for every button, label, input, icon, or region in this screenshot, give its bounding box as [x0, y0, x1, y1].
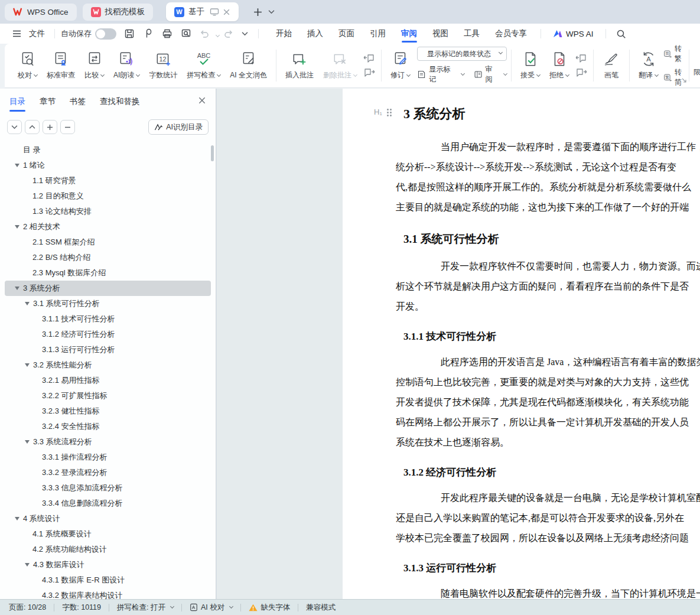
to-simplified-button[interactable]: 繁 转简	[664, 67, 685, 87]
toc-item[interactable]: 1.2 目的和意义	[5, 188, 211, 204]
toc-item[interactable]: 3.3.1 操作流程分析	[5, 450, 211, 465]
tab-contents[interactable]: 目录	[9, 89, 25, 114]
reject-change-button[interactable]: 拒绝	[545, 47, 574, 84]
toc-item[interactable]: 1 绪论	[5, 158, 211, 173]
accept-change-button[interactable]: 接受	[516, 47, 545, 84]
missing-font-warning[interactable]: 缺失字体	[249, 603, 290, 613]
screen-share-icon[interactable]	[210, 8, 219, 16]
menu-member[interactable]: 会员专享	[487, 24, 535, 44]
menu-page[interactable]: 页面	[331, 24, 362, 44]
spell-check-button[interactable]: ABC 拼写检查	[182, 47, 225, 84]
hamburger-icon[interactable]	[8, 30, 25, 37]
show-markup-button[interactable]: 显示标记	[417, 64, 464, 84]
toc-item-selected[interactable]: 3 系统分析	[5, 281, 211, 296]
previous-comment-icon[interactable]	[363, 53, 375, 64]
pen-button[interactable]: 画笔	[598, 47, 625, 84]
toc-item[interactable]: 3.2.2 可扩展性指标	[5, 388, 211, 404]
menu-start[interactable]: 开始	[268, 24, 299, 44]
autosave-toggle[interactable]	[95, 28, 116, 40]
restrict-edit-button-clipped[interactable]: 限	[694, 67, 700, 77]
toc-item[interactable]: 4.2 系统功能结构设计	[5, 542, 211, 557]
collapse-arrow-icon[interactable]	[15, 287, 19, 290]
toc-item[interactable]: 2.2 B/S 结构介绍	[5, 250, 211, 265]
collapse-arrow-icon[interactable]	[15, 225, 19, 229]
collapse-up-button[interactable]	[25, 120, 40, 134]
previous-change-icon[interactable]	[575, 53, 587, 64]
toc-item[interactable]: 2 相关技术	[5, 219, 211, 235]
tab-list-chevron-icon[interactable]	[268, 9, 275, 14]
toc-item[interactable]: 3.1.2 经济可行性分析	[5, 327, 211, 342]
toc-item[interactable]: 3.2.1 易用性指标	[5, 373, 211, 388]
redo-icon[interactable]	[219, 30, 237, 38]
next-comment-icon[interactable]	[363, 67, 375, 78]
close-sidebar-icon[interactable]	[198, 96, 206, 105]
menu-view[interactable]: 视图	[425, 24, 456, 44]
ai-read-button[interactable]: AI朗读	[109, 47, 144, 84]
collapse-arrow-icon[interactable]	[25, 302, 30, 305]
save-icon[interactable]	[120, 28, 139, 39]
file-menu[interactable]: 文件	[25, 24, 48, 44]
toc-item[interactable]: 3.3.2 登录流程分析	[5, 465, 211, 480]
zoom-out-button[interactable]	[60, 120, 75, 134]
collapse-arrow-icon[interactable]	[25, 563, 30, 567]
toc-item[interactable]: 4.1 系统概要设计	[5, 526, 211, 542]
page-indicator[interactable]: 页面: 10/28	[9, 603, 46, 613]
translate-button[interactable]: A 翻译	[634, 47, 663, 84]
toc-item[interactable]: 3.2.4 安全性指标	[5, 419, 211, 434]
undo-icon[interactable]	[196, 30, 214, 38]
compare-button[interactable]: 比较	[80, 47, 109, 84]
menu-review[interactable]: 审阅	[393, 24, 425, 44]
tab-document-active[interactable]: W 基于	[166, 2, 239, 21]
compat-mode-indicator[interactable]: 兼容模式	[306, 603, 336, 613]
toc-item[interactable]: 3.3.4 信息删除流程分析	[5, 496, 211, 511]
toc-item[interactable]: 3.2.3 健壮性指标	[5, 404, 211, 419]
to-traditional-button[interactable]: 简 转繁	[664, 44, 685, 64]
toc-item[interactable]: 2.3 Mysql 数据库介绍	[5, 265, 211, 281]
print-icon[interactable]	[158, 28, 177, 39]
print-preview-icon[interactable]	[177, 28, 196, 39]
toc-item[interactable]: 3.1 系统可行性分析	[5, 296, 211, 311]
new-tab-icon[interactable]	[253, 7, 263, 17]
next-change-icon[interactable]	[575, 67, 587, 78]
word-count-indicator[interactable]: 字数: 10119	[62, 603, 101, 613]
tab-docer[interactable]: 找稻壳模板	[83, 4, 154, 21]
toc-item[interactable]: 4 系统设计	[5, 511, 211, 526]
standard-review-button[interactable]: 标准审查	[42, 47, 80, 84]
proofread-button[interactable]: 校对	[13, 47, 42, 84]
collapse-arrow-icon[interactable]	[25, 363, 30, 367]
toc-item[interactable]: 4.3 数据库设计	[5, 557, 211, 572]
ai-proofread-status[interactable]: AI 校对	[190, 603, 233, 613]
tab-chapters[interactable]: 章节	[40, 89, 56, 114]
ai-recognize-toc-button[interactable]: AI识别目录	[148, 119, 209, 135]
spellcheck-status[interactable]: 拼写检查: 打开	[117, 603, 174, 613]
zoom-in-button[interactable]	[43, 120, 57, 134]
document-page[interactable]: H₁ 3 系统分析 当用户确定开发一款程序时，是需要遵循下面的顺序进行工作，概 …	[343, 89, 700, 599]
menu-tools[interactable]: 工具	[456, 24, 487, 44]
collapse-arrow-icon[interactable]	[15, 517, 19, 520]
insert-comment-button[interactable]: 插入批注	[281, 47, 318, 84]
track-changes-button[interactable]: 修订	[386, 47, 415, 84]
review-pane-button[interactable]: 审阅	[474, 64, 507, 84]
menu-insert[interactable]: 插入	[299, 24, 331, 44]
toc-item[interactable]: 1.3 论文结构安排	[5, 204, 211, 219]
toc-item[interactable]: 3.3 系统流程分析	[5, 434, 211, 450]
tab-bookmarks[interactable]: 书签	[70, 89, 86, 114]
sidebar-scrollbar-thumb[interactable]	[211, 145, 214, 161]
toc-item[interactable]: 2.1 SSM 框架介绍	[5, 235, 211, 250]
toc-item[interactable]: 3.3.3 信息添加流程分析	[5, 480, 211, 496]
undo-chevron-icon[interactable]	[214, 30, 219, 38]
tab-wps-office[interactable]: WPS Office	[5, 4, 77, 21]
tab-find-replace[interactable]: 查找和替换	[100, 89, 140, 114]
collapse-arrow-icon[interactable]	[25, 440, 30, 444]
toc-item[interactable]: 4.3.1 数据库 E-R 图设计	[5, 572, 211, 588]
toc-item[interactable]: 3.1.3 运行可行性分析	[5, 342, 211, 357]
toc-item[interactable]: 1.1 研究背景	[5, 173, 211, 188]
toolbar-more-chevron-icon[interactable]	[237, 31, 252, 36]
collapse-arrow-icon[interactable]	[15, 164, 19, 167]
search-icon[interactable]	[612, 29, 630, 39]
export-icon[interactable]	[139, 28, 158, 39]
wps-ai-menu[interactable]: WPS AI	[547, 30, 600, 38]
toc-item[interactable]: 3.1.1 技术可行性分析	[5, 311, 211, 327]
group-expand-icon[interactable]	[682, 78, 687, 83]
expand-down-button[interactable]	[7, 120, 22, 134]
